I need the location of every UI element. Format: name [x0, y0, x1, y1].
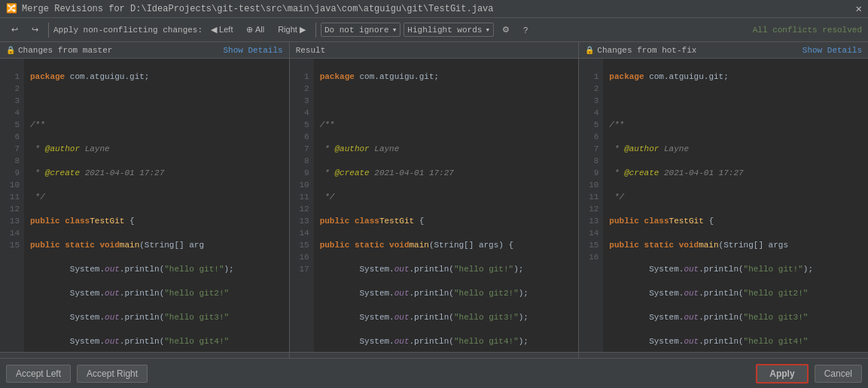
left-line-10: System.out.println("hello git2!": [30, 287, 283, 299]
center-line-9: System.out.println("hello git!");: [320, 263, 573, 275]
cancel-button[interactable]: Cancel: [815, 365, 862, 383]
left-line-5: * @create 2021-04-01 17:27: [30, 167, 283, 179]
center-line-numbers: 12345 678910 1112131415 1617: [290, 59, 314, 352]
center-line-4: * @author Layne: [320, 143, 573, 155]
right-panel-header: 🔒 Changes from hot-fix Show Details: [579, 42, 868, 59]
center-line-10: System.out.println("hello git2!");: [320, 287, 573, 299]
right-line-6: */: [609, 191, 862, 203]
left-button[interactable]: ◀ Left: [206, 23, 238, 37]
title-bar-icon: 🔀: [6, 3, 17, 14]
accept-right-button[interactable]: Accept Right: [77, 365, 148, 383]
center-panel-title: Result: [296, 46, 326, 55]
right-line-9: System.out.println("hello git!");: [609, 263, 862, 275]
title-bar-left: 🔀 Merge Revisions for D:\IdeaProjects\gi…: [6, 3, 494, 14]
bottom-bar: Accept Left Accept Right Apply Cancel: [0, 358, 868, 388]
left-line-11: System.out.println("hello git3!": [30, 311, 283, 323]
center-line-6: */: [320, 191, 573, 203]
right-line-4: * @author Layne: [609, 143, 862, 155]
center-scrollbar[interactable]: [290, 352, 579, 358]
right-line-1: package com.atguigu.git;: [609, 71, 862, 83]
left-line-6: */: [30, 191, 283, 203]
left-panel-content: 12345 678910 1112131415 package com.atgu…: [0, 59, 289, 352]
left-line-12: System.out.println("hello git4!": [30, 335, 283, 347]
center-panel: Result 12345 678910 1112131415 1617 pack…: [290, 42, 580, 358]
settings-icon-btn[interactable]: ⚙: [497, 23, 515, 37]
left-show-details[interactable]: Show Details: [223, 46, 282, 55]
left-panel-title: 🔒 Changes from master: [6, 46, 112, 55]
close-button[interactable]: ✕: [856, 2, 862, 15]
lock-icon-left: 🔒: [6, 46, 15, 55]
right-line-11: System.out.println("hello git3!": [609, 311, 862, 323]
right-line-numbers: 12345 678910 1112131415 16: [579, 59, 603, 352]
right-line-3: /**: [609, 119, 862, 131]
center-panel-header: Result: [290, 42, 579, 59]
toolbar-sep-1: [48, 23, 49, 38]
left-line-8: public static void main(String[] arg: [30, 239, 283, 251]
right-line-7: public class TestGit {: [609, 215, 862, 227]
center-panel-content: 12345 678910 1112131415 1617 package com…: [290, 59, 579, 352]
center-line-2: [320, 95, 573, 107]
do-not-ignore-dropdown[interactable]: Do not ignore ▾: [321, 23, 400, 37]
right-line-10: System.out.println("hello git2!": [609, 287, 862, 299]
title-bar-title: Merge Revisions for D:\IdeaProjects\git-…: [22, 4, 494, 14]
toolbar: ↩ ↪ Apply non-conflicting changes: ◀ Lef…: [0, 18, 868, 42]
right-line-12: System.out.println("hello git4!": [609, 335, 862, 347]
redo-button[interactable]: ↪: [26, 23, 44, 37]
center-line-1: package com.atguigu.git;: [320, 71, 573, 83]
all-button[interactable]: ⊕ All: [241, 23, 270, 37]
main-area: 🔒 Changes from master Show Details 12345…: [0, 42, 868, 358]
left-panel-header: 🔒 Changes from master Show Details: [0, 42, 289, 59]
right-line-2: [609, 95, 862, 107]
apply-button[interactable]: Apply: [756, 364, 808, 383]
right-panel-title: 🔒 Changes from hot-fix: [585, 46, 696, 55]
right-line-5: * @create 2021-04-01 17:27: [609, 167, 862, 179]
center-line-7: public class TestGit {: [320, 215, 573, 227]
left-line-2: [30, 95, 283, 107]
left-code-area[interactable]: package com.atguigu.git; /** * @author L…: [24, 59, 289, 352]
left-scrollbar[interactable]: [0, 352, 289, 358]
right-button[interactable]: Right ▶: [273, 23, 311, 37]
center-line-5: * @create 2021-04-01 17:27: [320, 167, 573, 179]
title-bar: 🔀 Merge Revisions for D:\IdeaProjects\gi…: [0, 0, 868, 18]
conflict-status: All conflicts resolved: [753, 26, 862, 35]
right-show-details[interactable]: Show Details: [803, 46, 862, 55]
accept-left-button[interactable]: Accept Left: [6, 365, 71, 383]
right-code-area[interactable]: package com.atguigu.git; /** * @author L…: [603, 59, 868, 352]
right-scrollbar[interactable]: [579, 352, 868, 358]
left-line-4: * @author Layne: [30, 143, 283, 155]
highlight-words-dropdown[interactable]: Highlight words ▾: [404, 23, 494, 37]
left-line-9: System.out.println("hello git!");: [30, 263, 283, 275]
center-code-area[interactable]: package com.atguigu.git; /** * @author L…: [314, 59, 579, 352]
left-line-1: package com.atguigu.git;: [30, 71, 283, 83]
undo-button[interactable]: ↩: [6, 23, 23, 37]
right-panel-content: 12345 678910 1112131415 16 package com.a…: [579, 59, 868, 352]
center-line-8: public static void main(String[] args) {: [320, 239, 573, 251]
center-line-11: System.out.println("hello git3!");: [320, 311, 573, 323]
left-line-7: public class TestGit {: [30, 215, 283, 227]
left-panel: 🔒 Changes from master Show Details 12345…: [0, 42, 290, 358]
toolbar-sep-2: [315, 23, 316, 38]
apply-non-conflicting-label: Apply non-conflicting changes:: [53, 26, 203, 35]
center-line-12: System.out.println("hello git4!");: [320, 335, 573, 347]
right-line-8: public static void main(String[] args: [609, 239, 862, 251]
right-panel: 🔒 Changes from hot-fix Show Details 1234…: [579, 42, 868, 358]
help-button[interactable]: ?: [518, 23, 533, 37]
lock-icon-right: 🔒: [585, 46, 594, 55]
left-line-3: /**: [30, 119, 283, 131]
left-line-numbers: 12345 678910 1112131415: [0, 59, 24, 352]
center-line-3: /**: [320, 119, 573, 131]
